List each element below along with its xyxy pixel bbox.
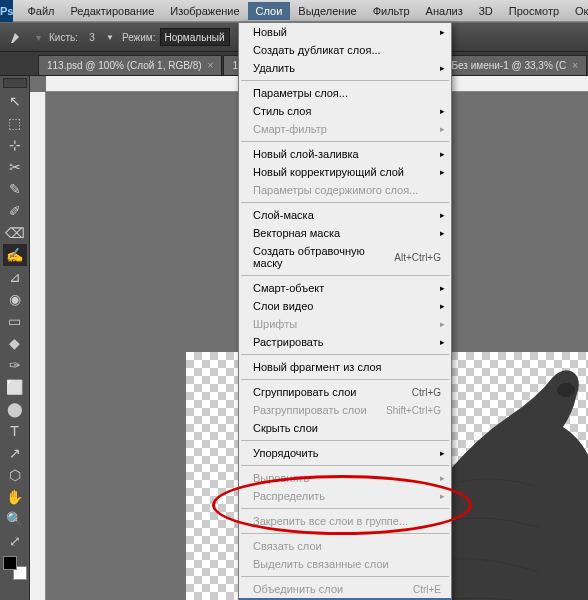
menu-shortcut: Ctrl+E <box>413 584 441 595</box>
menu-item: Объединить слоиCtrl+E <box>239 580 451 598</box>
menu-item: Выровнять <box>239 469 451 487</box>
close-icon[interactable]: × <box>572 60 578 71</box>
menu-item[interactable]: Сгруппировать слоиCtrl+G <box>239 383 451 401</box>
menu-просмотр[interactable]: Просмотр <box>501 2 567 20</box>
menu-item-label: Стиль слоя <box>253 105 311 117</box>
tool-button[interactable]: ✐ <box>3 200 27 222</box>
menu-выделение[interactable]: Выделение <box>290 2 364 20</box>
menu-item: Смарт-фильтр <box>239 120 451 138</box>
menu-item[interactable]: Параметры слоя... <box>239 84 451 102</box>
menu-item-label: Новый фрагмент из слоя <box>253 361 382 373</box>
document-tab[interactable]: 113.psd @ 100% (Слой 1, RGB/8)× <box>38 55 222 75</box>
menu-item[interactable]: Создать обтравочную маскуAlt+Ctrl+G <box>239 242 451 272</box>
menu-слои[interactable]: Слои <box>248 2 291 20</box>
tool-button[interactable]: ↗ <box>3 442 27 464</box>
tool-button[interactable]: ⬜ <box>3 376 27 398</box>
menu-item-label: Выделить связанные слои <box>253 558 389 570</box>
menu-item[interactable]: Новый <box>239 23 451 41</box>
opt-sep: ▾ <box>36 32 41 43</box>
tool-button[interactable]: ✍ <box>3 244 27 266</box>
menu-separator <box>241 465 449 466</box>
tool-button[interactable]: ⊿ <box>3 266 27 288</box>
tool-button[interactable]: ▭ <box>3 310 27 332</box>
menu-item[interactable]: Стиль слоя <box>239 102 451 120</box>
toolbox-grip[interactable] <box>3 78 27 88</box>
menu-3d[interactable]: 3D <box>471 2 501 20</box>
document-tab[interactable]: Без имени-1 @ 33,3% (С× <box>442 55 587 75</box>
tool-button[interactable]: ✋ <box>3 486 27 508</box>
tool-button[interactable]: ⤢ <box>3 530 27 552</box>
svg-point-0 <box>557 383 575 397</box>
tool-button[interactable]: ⊹ <box>3 134 27 156</box>
mode-select[interactable] <box>160 28 230 46</box>
blend-mode-field[interactable]: Режим: <box>122 28 230 46</box>
menubar-items: ФайлРедактированиеИзображениеСлоиВыделен… <box>19 2 588 20</box>
color-swatches[interactable] <box>3 556 27 580</box>
brush-size-field[interactable]: Кисть: 3 ▼ <box>49 32 114 43</box>
menu-фильтр[interactable]: Фильтр <box>365 2 418 20</box>
menu-item: Разгруппировать слоиShift+Ctrl+G <box>239 401 451 419</box>
menu-shortcut: Shift+Ctrl+G <box>386 405 441 416</box>
menu-separator <box>241 80 449 81</box>
menu-файл[interactable]: Файл <box>19 2 62 20</box>
menu-item-label: Связать слои <box>253 540 322 552</box>
tool-button[interactable]: ✑ <box>3 354 27 376</box>
tool-button[interactable]: T <box>3 420 27 442</box>
menu-shortcut: Ctrl+G <box>412 387 441 398</box>
fg-color-swatch[interactable] <box>3 556 17 570</box>
menu-item[interactable]: Смарт-объект <box>239 279 451 297</box>
menu-item[interactable]: Скрыть слои <box>239 419 451 437</box>
tool-button[interactable]: ◆ <box>3 332 27 354</box>
menu-item[interactable]: Векторная маска <box>239 224 451 242</box>
tool-button[interactable]: ⬚ <box>3 112 27 134</box>
menu-item: Параметры содержимого слоя... <box>239 181 451 199</box>
menubar: Ps ФайлРедактированиеИзображениеСлоиВыде… <box>0 0 588 22</box>
menu-item-label: Удалить <box>253 62 295 74</box>
menu-item[interactable]: Новый фрагмент из слоя <box>239 358 451 376</box>
menu-анализ[interactable]: Анализ <box>418 2 471 20</box>
tool-button[interactable]: 🔍 <box>3 508 27 530</box>
menu-item[interactable]: Новый корректирующий слой <box>239 163 451 181</box>
tool-button[interactable]: ⬡ <box>3 464 27 486</box>
current-tool-icon[interactable] <box>6 26 28 48</box>
menu-item: Закрепить все слои в группе... <box>239 512 451 530</box>
chevron-down-icon[interactable]: ▼ <box>106 33 114 42</box>
menu-item-label: Новый слой-заливка <box>253 148 359 160</box>
tool-button[interactable]: ⬤ <box>3 398 27 420</box>
menu-item[interactable]: Новый слой-заливка <box>239 145 451 163</box>
menu-item-label: Векторная маска <box>253 227 340 239</box>
menu-separator <box>241 141 449 142</box>
menu-редактирование[interactable]: Редактирование <box>63 2 163 20</box>
menu-item[interactable]: Слои видео <box>239 297 451 315</box>
close-icon[interactable]: × <box>208 60 214 71</box>
menu-item-label: Закрепить все слои в группе... <box>253 515 408 527</box>
tool-button[interactable]: ↖ <box>3 90 27 112</box>
menu-изображение[interactable]: Изображение <box>162 2 247 20</box>
menu-item-label: Слои видео <box>253 300 313 312</box>
menu-item-label: Выровнять <box>253 472 309 484</box>
tool-button[interactable]: ⌫ <box>3 222 27 244</box>
menu-item-label: Смарт-фильтр <box>253 123 327 135</box>
menu-item[interactable]: Слой-маска <box>239 206 451 224</box>
menu-item-label: Сгруппировать слои <box>253 386 356 398</box>
menu-item-label: Скрыть слои <box>253 422 318 434</box>
menu-окно[interactable]: Окно <box>567 2 588 20</box>
menu-separator <box>241 440 449 441</box>
tool-button[interactable]: ✂ <box>3 156 27 178</box>
menu-item-label: Параметры содержимого слоя... <box>253 184 418 196</box>
toolbox: ↖⬚⊹✂✎✐⌫✍⊿◉▭◆✑⬜⬤T↗⬡✋🔍⤢ <box>0 76 30 600</box>
menu-item[interactable]: Растрировать <box>239 333 451 351</box>
app-logo: Ps <box>0 0 13 22</box>
brush-size-value[interactable]: 3 <box>82 32 102 43</box>
menu-item[interactable]: Создать дубликат слоя... <box>239 41 451 59</box>
tool-button[interactable]: ✎ <box>3 178 27 200</box>
menu-item-label: Слой-маска <box>253 209 314 221</box>
tool-button[interactable]: ◉ <box>3 288 27 310</box>
menu-item-label: Шрифты <box>253 318 297 330</box>
menu-item: Выделить связанные слои <box>239 555 451 573</box>
menu-item[interactable]: Упорядочить <box>239 444 451 462</box>
menu-item[interactable]: Удалить <box>239 59 451 77</box>
menu-item-label: Смарт-объект <box>253 282 324 294</box>
menu-separator <box>241 379 449 380</box>
menu-shortcut: Alt+Ctrl+G <box>394 252 441 263</box>
